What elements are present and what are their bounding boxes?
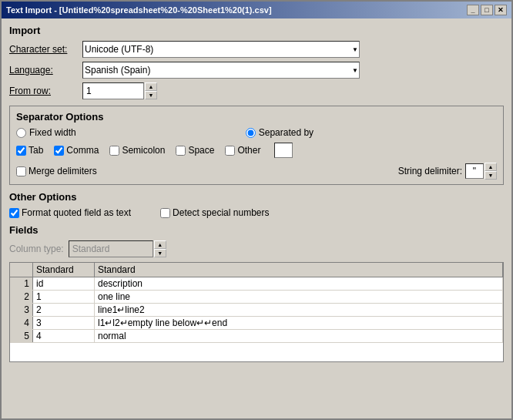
format-quoted-checkbox[interactable] (9, 208, 19, 218)
tab-label[interactable]: Tab (28, 145, 43, 156)
semicolon-label[interactable]: Semicolon (122, 145, 165, 156)
separator-checkbox-row: Tab Comma Semicolon Space Other (16, 143, 497, 158)
merge-option[interactable]: Merge delimiters (16, 166, 97, 176)
cell-rownum: 4 (10, 317, 33, 329)
cell-rownum: 3 (10, 304, 33, 316)
col-type-row: Column type: ▲ ▼ (9, 240, 504, 257)
semicolon-option[interactable]: Semicolon (109, 145, 165, 156)
cell-col2: one line (95, 291, 503, 303)
title-bar: Text Import - [Untitled%20spreadsheet%20… (2, 2, 511, 18)
table-row: 3 2 line1↵line2 (10, 304, 503, 317)
table-row: 2 1 one line (10, 291, 503, 304)
fromrow-spin-buttons: ▲ ▼ (145, 82, 157, 99)
separator-section: Separator Options Fixed width Separated … (9, 106, 504, 185)
cell-rownum: 1 (10, 277, 33, 290)
comma-checkbox[interactable] (54, 146, 64, 156)
preview-table-container[interactable]: Standard Standard 1 id description 2 1 o… (9, 262, 504, 362)
merge-label[interactable]: Merge delimiters (28, 166, 97, 176)
col-type-input[interactable] (69, 240, 153, 257)
table-row: 5 4 normal (10, 330, 503, 343)
separator-title: Separator Options (16, 111, 497, 123)
import-section: Import Character set: Unicode (UTF-8) La… (9, 25, 504, 99)
string-delim-decrement[interactable]: ▼ (484, 171, 497, 180)
fromrow-label: From row: (9, 86, 82, 96)
col-type-spin: ▲ ▼ (154, 240, 166, 257)
string-delimiter-row: String delimiter: ▲ ▼ (398, 163, 497, 180)
col-type-decrement[interactable]: ▼ (154, 249, 166, 257)
separated-by-radio[interactable] (246, 128, 256, 138)
other-label[interactable]: Other (237, 145, 260, 156)
merge-checkbox[interactable] (16, 166, 26, 176)
cell-col2: l1↵l2↵empty line below↵↵end (95, 317, 503, 329)
string-delimiter-input[interactable] (465, 163, 484, 179)
comma-option[interactable]: Comma (54, 145, 99, 156)
main-window: Text Import - [Untitled%20spreadsheet%20… (0, 0, 513, 420)
fixed-width-radio[interactable] (16, 128, 26, 138)
fromrow-spinner: ▲ ▼ (82, 82, 157, 99)
cell-col1: 1 (33, 291, 95, 303)
tab-checkbox[interactable] (16, 146, 26, 156)
language-select[interactable]: Spanish (Spain) (82, 62, 360, 79)
charset-select-wrapper: Unicode (UTF-8) (82, 41, 360, 58)
fromrow-row: From row: ▲ ▼ (9, 82, 504, 99)
fromrow-decrement[interactable]: ▼ (145, 91, 157, 99)
maximize-button[interactable]: □ (481, 5, 493, 15)
separator-bottom-row: Merge delimiters String delimiter: ▲ ▼ (16, 163, 497, 180)
format-quoted-option[interactable]: Format quoted field as text (9, 207, 131, 218)
format-quoted-label[interactable]: Format quoted field as text (22, 207, 131, 218)
space-label[interactable]: Space (188, 145, 214, 156)
header-col2: Standard (95, 263, 503, 277)
table-body: 1 id description 2 1 one line 3 2 line1↵… (10, 277, 503, 343)
cell-col1: 3 (33, 317, 95, 329)
cell-col2: description (95, 277, 503, 290)
fromrow-increment[interactable]: ▲ (145, 82, 157, 91)
charset-label: Character set: (9, 44, 82, 55)
table-header: Standard Standard (10, 263, 503, 277)
table-row: 4 3 l1↵l2↵empty line below↵↵end (10, 317, 503, 330)
other-options-title: Other Options (9, 191, 504, 203)
window-title: Text Import - [Untitled%20spreadsheet%20… (6, 5, 272, 15)
string-delimiter-label: String delimiter: (398, 166, 462, 176)
cell-rownum: 5 (10, 330, 33, 342)
fields-title: Fields (9, 224, 504, 236)
string-delimiter-spin: ▲ ▼ (484, 163, 497, 180)
other-input[interactable] (274, 143, 293, 158)
other-option[interactable]: Other (225, 145, 260, 156)
semicolon-checkbox[interactable] (109, 146, 119, 156)
tab-option[interactable]: Tab (16, 145, 43, 156)
fields-section: Fields Column type: ▲ ▼ Standard Standar… (9, 224, 504, 362)
cell-rownum: 2 (10, 291, 33, 303)
fromrow-input[interactable] (82, 82, 144, 99)
fixed-width-option[interactable]: Fixed width (16, 127, 76, 138)
language-select-wrapper: Spanish (Spain) (82, 62, 360, 79)
cell-col2: line1↵line2 (95, 304, 503, 316)
separated-by-option[interactable]: Separated by (246, 127, 314, 138)
other-options-row: Format quoted field as text Detect speci… (9, 207, 504, 218)
detect-numbers-option[interactable]: Detect special numbers (160, 207, 269, 218)
header-col1: Standard (33, 263, 95, 277)
space-checkbox[interactable] (176, 146, 186, 156)
close-button[interactable]: ✕ (495, 5, 507, 15)
col-type-select-wrapper: ▲ ▼ (69, 240, 166, 257)
cell-col2: normal (95, 330, 503, 342)
other-checkbox[interactable] (225, 146, 235, 156)
table-row: 1 id description (10, 277, 503, 291)
title-bar-buttons: _ □ ✕ (467, 5, 507, 15)
cell-col1: id (33, 277, 95, 290)
comma-label[interactable]: Comma (66, 145, 99, 156)
fixed-width-label[interactable]: Fixed width (29, 127, 76, 138)
separated-by-label[interactable]: Separated by (259, 127, 314, 138)
detect-numbers-label[interactable]: Detect special numbers (173, 207, 269, 218)
space-option[interactable]: Space (176, 145, 214, 156)
col-type-label: Column type: (9, 244, 64, 254)
language-label: Language: (9, 65, 82, 76)
other-options-section: Other Options Format quoted field as tex… (9, 191, 504, 218)
string-delim-increment[interactable]: ▲ (484, 163, 497, 171)
charset-select[interactable]: Unicode (UTF-8) (82, 41, 360, 58)
detect-numbers-checkbox[interactable] (160, 208, 170, 218)
charset-row: Character set: Unicode (UTF-8) (9, 41, 504, 58)
dialog-content: Import Character set: Unicode (UTF-8) La… (2, 18, 511, 418)
header-row-num (10, 263, 33, 277)
col-type-increment[interactable]: ▲ (154, 240, 166, 249)
minimize-button[interactable]: _ (467, 5, 479, 15)
